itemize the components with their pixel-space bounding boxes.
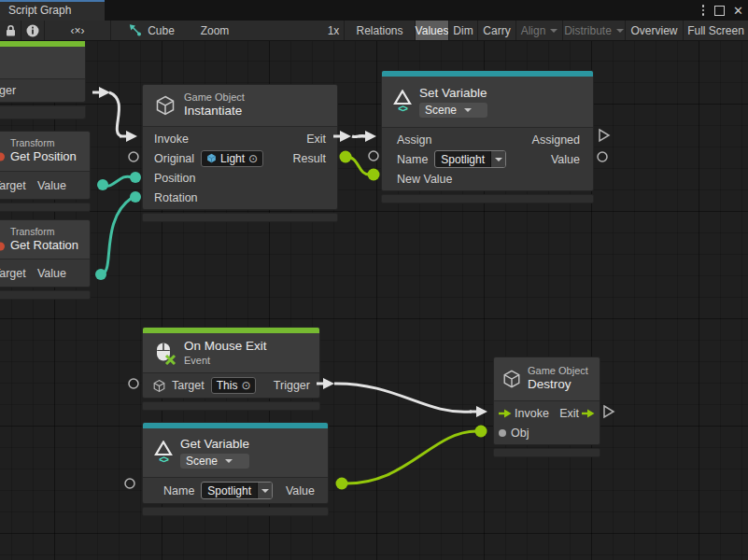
value-port-rotation-in[interactable] [130, 191, 141, 203]
flow-port-invoke-in[interactable] [476, 406, 487, 417]
node-set-variable[interactable]: <> Set Variable Scene Assign Assigned [381, 70, 594, 203]
fullscreen-button[interactable]: Full Screen [683, 21, 748, 40]
position-port-label: Position [154, 172, 195, 185]
trigger-port-label: Trigger [0, 84, 16, 97]
wire-value-to-obj [342, 431, 476, 483]
node-get-position[interactable]: Transform Get Position Target Value [0, 131, 91, 212]
game-object-cube-icon [206, 153, 217, 163]
breadcrumb-label: Cube [148, 24, 175, 37]
assign-port-label: Assign [397, 133, 432, 147]
value-port-original[interactable] [129, 152, 138, 161]
flow-port-assigned-out[interactable] [600, 130, 609, 141]
node-subtitle: Event [184, 355, 267, 368]
target-port-label: Target [0, 179, 26, 192]
flow-arrow-icon [499, 408, 512, 419]
original-object-field[interactable]: Light ⊙ [201, 150, 263, 167]
tab-script-graph[interactable]: Script Graph [0, 0, 105, 21]
wire-rotation-value [101, 198, 132, 274]
chevron-down-icon [550, 29, 557, 33]
code-icon: ‹×› [71, 24, 85, 37]
values-button[interactable]: Values [415, 21, 448, 40]
node-category: Transform [10, 226, 78, 238]
flow-port-trigger-out[interactable] [99, 87, 110, 98]
node-partial-event[interactable]: Trigger [0, 41, 86, 119]
wires-layer [0, 41, 748, 560]
close-icon[interactable]: ✕ [731, 5, 745, 17]
zoom-label: Zoom [196, 21, 233, 40]
graph-canvas[interactable]: Trigger Transform Get Position Target Va… [0, 41, 748, 560]
result-port-label: Result [293, 152, 326, 165]
node-get-variable[interactable]: <> Get Variable Scene Name Spotlight [142, 422, 329, 516]
breadcrumb[interactable]: Cube [123, 21, 179, 40]
variable-name-dropdown[interactable]: Spotlight [434, 150, 506, 168]
object-picker-icon[interactable]: ⊙ [248, 153, 258, 164]
graph-toolbar: ‹×› Cube Zoom 1x Relations Values Dim Ca… [0, 21, 748, 41]
flow-port-trigger-out[interactable] [323, 378, 334, 389]
target-port-label: Target [0, 267, 26, 280]
invoke-port-label: Invoke [154, 133, 189, 146]
object-field-value: Light [220, 152, 245, 165]
exit-port-label: Exit [306, 133, 326, 146]
node-on-mouse-exit[interactable]: On Mouse Exit Event Target This ⊙ Trigge… [142, 327, 320, 411]
target-object-field[interactable]: This ⊙ [211, 377, 257, 394]
value-port-target[interactable] [129, 379, 138, 388]
info-button[interactable] [21, 21, 43, 40]
flow-port-exit-out[interactable] [340, 131, 351, 142]
dim-button[interactable]: Dim [448, 21, 477, 40]
value-port-position-value-out[interactable] [97, 179, 108, 190]
value-port-position-in[interactable] [130, 172, 141, 183]
chevron-down-icon [261, 489, 269, 493]
value-port-newvalue-in[interactable] [368, 169, 380, 181]
chevron-down-icon [464, 108, 472, 112]
variable-name-dropdown[interactable]: Spotlight [201, 482, 273, 499]
zoom-value: 1x [324, 21, 343, 40]
node-title: Get Variable [180, 437, 249, 453]
menu-kebab-icon[interactable] [699, 3, 709, 18]
trigger-port-label: Trigger [274, 379, 310, 392]
value-port-label: Value [37, 179, 66, 192]
distribute-dropdown[interactable]: Distribute [562, 21, 625, 40]
node-title: Get Rotation [10, 238, 78, 253]
exit-port-label: Exit [559, 407, 579, 420]
maximize-icon[interactable] [714, 6, 725, 16]
variable-scope-dropdown[interactable]: Scene [419, 103, 487, 118]
wire-position-value [103, 176, 132, 186]
window-controls: ✕ [699, 2, 745, 19]
rotation-port-label: Rotation [154, 191, 198, 204]
relations-button[interactable]: Relations [344, 21, 415, 40]
wire-exit-to-assign [352, 135, 365, 136]
flow-port-exit-out[interactable] [604, 406, 614, 417]
wire-trigger-to-invoke [334, 384, 472, 412]
value-port-rotation-value-out[interactable] [95, 269, 106, 280]
value-port-value-out[interactable] [336, 478, 348, 490]
wire-result-to-newvalue [346, 157, 370, 175]
value-port-name[interactable] [369, 151, 378, 161]
carry-button[interactable]: Carry [477, 21, 515, 40]
node-destroy[interactable]: Game Object Destroy Invoke Exit [493, 357, 600, 457]
value-port-dot-icon [499, 429, 506, 437]
lock-button[interactable] [2, 21, 20, 40]
game-object-cube-icon [501, 369, 522, 389]
node-category: Transform [10, 137, 77, 149]
flow-port-invoke-in[interactable] [126, 131, 137, 142]
value-port-label: Value [551, 153, 580, 166]
value-port-obj-in[interactable] [475, 426, 487, 438]
object-picker-icon[interactable]: ⊙ [241, 380, 250, 391]
mouse-event-icon [154, 342, 176, 365]
code-view-button[interactable]: ‹×› [45, 21, 110, 40]
value-port-name[interactable] [125, 479, 134, 488]
align-dropdown[interactable]: Align [515, 21, 562, 40]
overview-button[interactable]: Overview [625, 21, 683, 40]
node-instantiate[interactable]: Game Object Instantiate Invoke Exit Orig… [142, 84, 338, 222]
node-category: Game Object [184, 91, 245, 105]
node-title: Set Variable [419, 86, 487, 102]
node-get-rotation[interactable]: Transform Get Rotation Target Value [0, 219, 91, 300]
invoke-port-label: Invoke [515, 407, 549, 420]
value-port-result-out[interactable] [340, 151, 352, 163]
script-graph-window: Script Graph ✕ ‹×› [0, 0, 748, 560]
flow-port-assign-in[interactable] [365, 131, 376, 142]
value-port-value-out[interactable] [598, 152, 607, 161]
variable-scope-dropdown[interactable]: Scene [180, 454, 249, 469]
tab-bar: Script Graph ✕ [0, 0, 748, 21]
chevron-down-icon [616, 29, 624, 33]
